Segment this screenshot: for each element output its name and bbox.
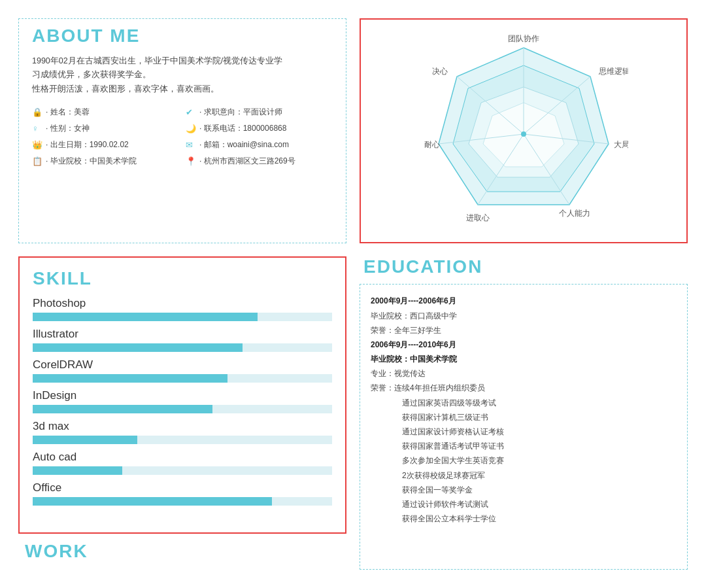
edu-honor-2-4: 获得国家普通话考试甲等证书 xyxy=(371,439,677,453)
info-job: ✔ · 求职意向：平面设计师 xyxy=(186,105,333,119)
info-name: 🔒 · 姓名：美蓉 xyxy=(32,105,179,119)
edu-school-2: 毕业院校：中国美术学院 xyxy=(371,355,457,364)
edu-school-1: 毕业院校：西口高级中学 xyxy=(371,311,457,320)
education-section: EDUCATION 2000年9月----2006年6月 毕业院校：西口高级中学… xyxy=(360,256,688,570)
skill-bar-fill-illustrator xyxy=(33,343,243,352)
radar-label-3: 大局观 xyxy=(614,140,628,149)
edu-major: 专业：视觉传达 xyxy=(371,369,426,378)
check-icon: ✔ xyxy=(186,107,196,117)
about-me-title: ABOUT ME xyxy=(32,26,333,46)
edu-honor-1: 荣誉：全年三好学生 xyxy=(371,326,441,335)
skill-bar-bg-3dmax xyxy=(33,436,332,444)
skill-bar-fill-indesign xyxy=(33,405,212,413)
skill-bar-bg-photoshop xyxy=(33,313,332,321)
skill-section: SKILL Photoshop Illustrator CorelDRAW In… xyxy=(18,256,346,533)
skill-bar-fill-autocad xyxy=(33,466,122,475)
education-box: 2000年9月----2006年6月 毕业院校：西口高级中学 荣誉：全年三好学生… xyxy=(360,284,688,570)
skill-indesign: InDesign xyxy=(33,389,332,413)
skill-autocad: Auto cad xyxy=(33,451,332,475)
info-address: 📍 · 杭州市西湖区文三路269号 xyxy=(186,154,333,168)
radar-label-5: 进取心 xyxy=(466,213,490,222)
skill-photoshop: Photoshop xyxy=(33,297,332,321)
skill-bar-bg-autocad xyxy=(33,466,332,475)
skill-coreldraw: CorelDRAW xyxy=(33,358,332,383)
skill-3dmax: 3d max xyxy=(33,420,332,444)
radar-section: .radar-label { font-size: 12px; fill: #5… xyxy=(360,18,688,243)
edu-period-2: 2006年9月----2010年6月 xyxy=(371,340,456,349)
gender-icon: ♀ xyxy=(32,124,42,133)
radar-label-4: 个人能力 xyxy=(559,209,590,218)
phone-icon: 🌙 xyxy=(186,124,196,133)
skill-bar-fill-coreldraw xyxy=(33,374,227,383)
edu-honor-2-label: 荣誉：连续4年担任班内组织委员 xyxy=(371,383,485,392)
skill-title: SKILL xyxy=(33,268,332,289)
edu-honor-2-8: 通过设计师软件考试测试 xyxy=(371,497,677,511)
radar-label-1: 团队协作 xyxy=(508,34,539,43)
work-section: WORK xyxy=(12,537,353,576)
edu-honor-2-3: 通过国家设计师资格认证考核 xyxy=(371,424,677,439)
edu-honor-2-7: 获得全国一等奖学金 xyxy=(371,483,677,497)
school-icon: 📋 xyxy=(32,156,42,166)
radar-center-dot xyxy=(521,131,526,137)
radar-chart: .radar-label { font-size: 12px; fill: #5… xyxy=(419,29,628,232)
about-me-info-grid: 🔒 · 姓名：美蓉 ✔ · 求职意向：平面设计师 ♀ · 性别：女神 🌙 · 联… xyxy=(32,105,333,168)
about-me-bio: 1990年02月在古城西安出生，毕业于中国美术学院/视觉传达专业学 习成绩优异，… xyxy=(32,54,333,96)
email-icon: ✉ xyxy=(186,140,196,150)
crown-icon: 👑 xyxy=(32,140,42,150)
skill-bar-fill-3dmax xyxy=(33,436,137,444)
edu-honor-2-1: 通过国家英语四级等级考试 xyxy=(371,396,677,410)
edu-honor-2-2: 获得国家计算机三级证书 xyxy=(371,410,677,424)
education-title: EDUCATION xyxy=(360,256,688,277)
skill-bar-fill-photoshop xyxy=(33,313,258,321)
radar-label-7: 决心 xyxy=(432,67,448,76)
skill-bar-fill-office xyxy=(33,497,272,506)
info-school: 📋 · 毕业院校：中国美术学院 xyxy=(32,154,179,168)
skill-office: Office xyxy=(33,481,332,506)
location-icon: 📍 xyxy=(186,156,196,166)
info-email: ✉ · 邮箱：woaini@sina.com xyxy=(186,138,333,152)
work-title: WORK xyxy=(25,541,340,562)
info-gender: ♀ · 性别：女神 xyxy=(32,122,179,135)
skill-bar-bg-illustrator xyxy=(33,343,332,352)
skill-illustrator: Illustrator xyxy=(33,328,332,352)
skill-bar-bg-office xyxy=(33,497,332,506)
info-birthday: 👑 · 出生日期：1990.02.02 xyxy=(32,138,179,152)
about-me-section: ABOUT ME 1990年02月在古城西安出生，毕业于中国美术学院/视觉传达专… xyxy=(18,18,346,243)
radar-label-6: 耐心 xyxy=(424,140,440,149)
edu-honor-2-6: 2次获得校级足球赛冠军 xyxy=(371,468,677,483)
edu-honor-2-5: 多次参加全国大学生英语竞赛 xyxy=(371,453,677,468)
edu-period-1: 2000年9月----2006年6月 xyxy=(371,296,456,305)
radar-label-2: 思维逻辑 xyxy=(598,67,628,76)
lock-icon: 🔒 xyxy=(32,107,42,117)
skill-bar-bg-indesign xyxy=(33,405,332,413)
skill-bar-bg-coreldraw xyxy=(33,374,332,383)
edu-honor-2-9: 获得全国公立本科学士学位 xyxy=(371,511,677,526)
info-phone: 🌙 · 联系电话：1800006868 xyxy=(186,122,333,135)
